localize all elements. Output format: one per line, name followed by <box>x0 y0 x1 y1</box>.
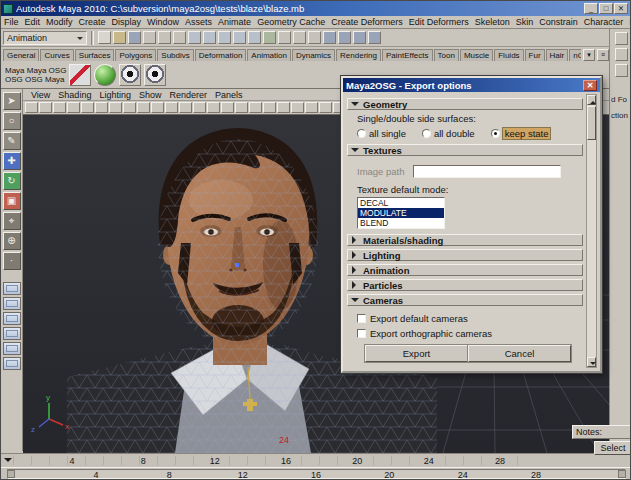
menu-item[interactable]: Window <box>144 17 182 27</box>
menu-item[interactable]: Skeleton <box>472 17 513 27</box>
shelf-tab[interactable]: Animation <box>247 49 291 61</box>
menu-item[interactable]: Geometry Cache <box>254 17 328 27</box>
make-live-icon[interactable] <box>263 31 276 44</box>
shadows-icon[interactable] <box>277 102 290 113</box>
menu-item[interactable]: File <box>1 17 22 27</box>
menu-set-selector[interactable]: Animation <box>3 31 87 45</box>
menu-item[interactable]: Edit <box>22 17 44 27</box>
range-start-handle[interactable] <box>7 470 15 478</box>
collapsed-section-header[interactable]: Particles <box>347 279 583 291</box>
last-tool-icon[interactable]: · <box>3 252 21 270</box>
range-slider[interactable]: 481216202428 <box>1 467 631 480</box>
snap-to-curve-icon[interactable] <box>203 31 216 44</box>
shelf-options-menu-icon[interactable]: ≡ <box>597 49 609 61</box>
osg-preview-alt-shelf-icon[interactable] <box>144 64 166 86</box>
collapsed-section-header[interactable]: Animation <box>347 264 583 276</box>
shelf-tab[interactable]: Dynamics <box>292 49 335 61</box>
smooth-shade-icon[interactable] <box>193 102 206 113</box>
image-plane-icon[interactable] <box>165 102 178 113</box>
select-by-hierarchy-icon[interactable] <box>143 31 156 44</box>
shelf-tab[interactable]: Hair <box>546 49 569 61</box>
panel-menu-item[interactable]: Show <box>135 90 166 100</box>
resolution-gate-icon[interactable] <box>53 102 66 113</box>
snap-to-point-icon[interactable] <box>218 31 231 44</box>
export-button[interactable]: Export <box>365 345 468 362</box>
osg-export-shelf-icon[interactable] <box>69 64 91 86</box>
dialog-close-button[interactable]: ✕ <box>583 80 597 91</box>
bookmark-view-icon[interactable] <box>151 102 164 113</box>
isolate-select-icon[interactable] <box>291 102 304 113</box>
shelf-tab[interactable]: Subdivs <box>157 49 193 61</box>
snap-to-projected-center-icon[interactable] <box>233 31 246 44</box>
listbox-item[interactable]: BLEND <box>358 218 444 228</box>
shelf-tab[interactable]: Surfaces <box>75 49 115 61</box>
menu-item[interactable]: Character <box>581 17 627 27</box>
section-header-cameras[interactable]: Cameras <box>347 294 583 306</box>
select-by-component-icon[interactable] <box>173 31 186 44</box>
radio-option[interactable]: all double <box>422 128 475 139</box>
safe-title-icon[interactable] <box>109 102 122 113</box>
x-ray-icon[interactable] <box>305 102 318 113</box>
minimize-button[interactable]: _ <box>584 3 598 14</box>
camera-select-icon[interactable] <box>123 102 136 113</box>
window-titlebar[interactable]: Autodesk Maya 2010: C:\subversion\maya2o… <box>1 1 630 16</box>
checkbox-option[interactable]: Export orthographic cameras <box>357 328 583 339</box>
channel-box-toggle-icon[interactable] <box>615 64 628 77</box>
range-end-handle[interactable] <box>618 470 626 478</box>
osg-preview-shelf-icon[interactable] <box>119 64 141 86</box>
output-connections-icon[interactable] <box>293 31 306 44</box>
menu-item[interactable]: Constrain <box>536 17 581 27</box>
collapsed-section-header[interactable]: Lighting <box>347 249 583 261</box>
shelf-tab[interactable]: Fur <box>525 49 545 61</box>
input-connections-icon[interactable] <box>278 31 291 44</box>
menu-item[interactable]: Edit Deformers <box>406 17 472 27</box>
universal-manipulator-icon[interactable]: ⌖ <box>3 212 21 230</box>
wireframe-mode-icon[interactable] <box>179 102 192 113</box>
select-by-object-icon[interactable] <box>158 31 171 44</box>
use-all-lights-icon[interactable] <box>263 102 276 113</box>
maximize-button[interactable]: □ <box>599 3 613 14</box>
render-current-frame-icon[interactable] <box>338 31 351 44</box>
open-render-view-icon[interactable] <box>323 31 336 44</box>
menu-item[interactable]: Assets <box>182 17 215 27</box>
shelf-tab[interactable]: General <box>3 49 39 61</box>
four-pane-layout-button[interactable] <box>3 327 21 340</box>
listbox-item[interactable]: DECAL <box>358 198 444 208</box>
shelf-tab-menu-icon[interactable]: ▾ <box>583 49 595 61</box>
scrollbar-thumb[interactable] <box>587 106 596 140</box>
osg-sphere-shelf-icon[interactable] <box>94 64 116 86</box>
open-scene-icon[interactable] <box>113 31 126 44</box>
panel-menu-item[interactable]: Panels <box>211 90 247 100</box>
listbox-item[interactable]: MODULATE <box>358 208 444 218</box>
shelf-tab[interactable]: nCloth <box>569 49 581 61</box>
image-path-input[interactable] <box>413 165 561 178</box>
shelf-tab[interactable]: Deformation <box>195 49 247 61</box>
snap-to-grid-icon[interactable] <box>188 31 201 44</box>
scale-tool-icon[interactable]: ▣ <box>3 192 21 210</box>
flat-shade-icon[interactable] <box>207 102 220 113</box>
gate-mask-icon[interactable] <box>67 102 80 113</box>
safe-action-icon[interactable] <box>95 102 108 113</box>
two-pane-side-layout-button[interactable] <box>3 312 21 325</box>
menu-item[interactable]: Create <box>76 17 109 27</box>
attribute-editor-toggle-icon[interactable] <box>615 32 628 45</box>
shelf-tab[interactable]: Rendering <box>336 49 381 61</box>
lasso-select-tool-icon[interactable]: ○ <box>3 112 21 130</box>
two-pane-stacked-layout-button[interactable] <box>3 297 21 310</box>
menu-item[interactable]: Modify <box>43 17 76 27</box>
textured-mode-icon[interactable] <box>235 102 248 113</box>
dialog-scrollbar[interactable] <box>586 94 597 368</box>
radio-option[interactable]: keep state <box>491 128 551 139</box>
save-scene-icon[interactable] <box>128 31 141 44</box>
section-header-textures[interactable]: Textures <box>347 144 583 156</box>
new-scene-icon[interactable] <box>98 31 111 44</box>
construction-history-icon[interactable] <box>308 31 321 44</box>
ipr-render-icon[interactable] <box>353 31 366 44</box>
menu-item[interactable]: Skin <box>513 17 537 27</box>
grid-toggle-icon[interactable] <box>25 102 38 113</box>
shelf-tab[interactable]: Muscle <box>460 49 493 61</box>
dialog-titlebar[interactable]: Maya2OSG - Export options ✕ <box>343 78 600 92</box>
time-slider[interactable]: 481216202428 <box>1 453 631 467</box>
bounding-box-icon[interactable] <box>221 102 234 113</box>
checkbox-option[interactable]: Export default cameras <box>357 313 583 324</box>
